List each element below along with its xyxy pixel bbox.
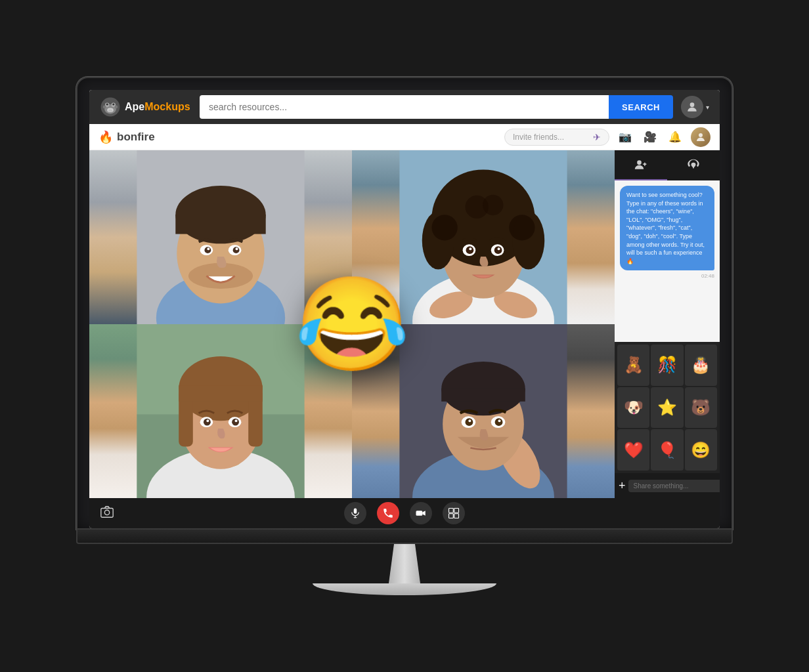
svg-rect-53 (179, 385, 263, 402)
sticker-congrats[interactable]: 🎊 (651, 345, 683, 386)
sticker-bear[interactable]: 🧸 (617, 345, 649, 386)
chat-share-input[interactable] (628, 480, 720, 492)
screen-content: ApeMockups SEARCH ▾ (89, 90, 720, 528)
svg-point-34 (431, 215, 457, 240)
bonfire-logo: 🔥 bonfire (98, 130, 155, 144)
svg-point-7 (108, 110, 112, 112)
svg-point-4 (106, 103, 108, 105)
svg-point-8 (103, 106, 106, 109)
sticker-balloon[interactable]: 🎈 (651, 429, 683, 471)
svg-point-23 (207, 247, 209, 250)
svg-point-40 (466, 246, 474, 254)
nav-user[interactable]: ▾ (681, 96, 709, 118)
microphone-button[interactable] (344, 502, 366, 524)
monitor-stand-base (313, 583, 496, 595)
sticker-heart[interactable]: ❤️ (617, 429, 649, 471)
sticker-cake[interactable]: 🎂 (685, 345, 717, 386)
chat-add-icon[interactable]: + (619, 479, 626, 493)
sticker-star[interactable]: ⭐ (651, 387, 683, 429)
monitor-stand-neck (378, 544, 431, 583)
svg-rect-80 (449, 509, 454, 513)
svg-point-5 (112, 103, 114, 105)
video-cell-bottom-right (352, 324, 615, 498)
person-bottom-left (89, 324, 352, 498)
monitor-chin (76, 530, 733, 544)
chat-message: Want to see something cool? Type in any … (620, 186, 714, 270)
panel-tab-media[interactable] (667, 150, 720, 180)
fire-icon: 🔥 (98, 130, 113, 144)
svg-point-56 (204, 419, 211, 426)
ape-logo-icon (100, 96, 121, 117)
person-top-right (352, 150, 615, 324)
video-button[interactable] (410, 502, 432, 524)
nav-bar: ApeMockups SEARCH ▾ (89, 90, 720, 124)
invite-send-icon[interactable]: ✈ (593, 132, 601, 142)
svg-point-10 (690, 102, 695, 107)
svg-point-70 (495, 418, 503, 426)
right-panel: Want to see something cool? Type in any … (615, 150, 720, 498)
monitor-bezel: ApeMockups SEARCH ▾ (76, 77, 733, 530)
panel-tabs (615, 150, 720, 180)
svg-rect-81 (454, 509, 459, 513)
sticker-dog[interactable]: 🐶 (617, 387, 649, 429)
svg-point-9 (114, 106, 118, 109)
svg-point-73 (637, 160, 642, 165)
layout-button[interactable] (443, 502, 465, 524)
panel-tab-add-user[interactable] (615, 150, 667, 180)
user-avatar-icon (681, 96, 703, 118)
person-top-left (89, 150, 352, 324)
video-cell-top-right (352, 150, 615, 324)
svg-rect-82 (449, 514, 454, 518)
search-input[interactable] (200, 95, 609, 119)
invite-placeholder-text: Invite friends... (513, 133, 564, 142)
svg-point-41 (494, 246, 502, 254)
svg-point-43 (498, 247, 500, 250)
logo-area: ApeMockups (100, 96, 192, 117)
bell-icon-btn[interactable]: 🔔 (666, 128, 684, 146)
screenshot-ctrl-icon[interactable] (100, 505, 114, 522)
search-bar[interactable]: SEARCH (200, 95, 673, 119)
svg-point-57 (232, 419, 239, 426)
svg-rect-66 (441, 388, 525, 402)
hangup-button[interactable] (377, 502, 399, 524)
svg-point-37 (483, 195, 503, 215)
monitor-wrapper: ApeMockups SEARCH ▾ (76, 77, 733, 595)
monitor-stand (313, 544, 496, 595)
person-bottom-right (352, 324, 615, 498)
app-bar: 🔥 bonfire Invite friends... ✈ 📷 🎥 🔔 (89, 124, 720, 150)
sticker-teddy[interactable]: 🐻 (685, 387, 717, 429)
svg-rect-17 (175, 215, 265, 234)
video-grid: 😂 (89, 150, 615, 498)
video-icon-btn[interactable]: 🎥 (641, 128, 659, 146)
search-button[interactable]: SEARCH (609, 95, 673, 119)
svg-point-69 (466, 418, 473, 426)
svg-point-24 (236, 247, 238, 250)
ctrl-center (344, 502, 465, 524)
svg-point-72 (498, 419, 501, 422)
logo-text: ApeMockups (125, 101, 190, 113)
svg-point-65 (441, 362, 525, 415)
svg-point-71 (468, 419, 471, 422)
svg-point-59 (235, 419, 238, 422)
svg-rect-79 (416, 511, 423, 516)
sticker-panel: 🧸 🎊 🎂 🐶 ⭐ 🐻 ❤️ 🎈 😄 (615, 342, 720, 473)
invite-friends-input[interactable]: Invite friends... ✈ (504, 129, 609, 146)
user-avatar[interactable] (691, 127, 711, 147)
svg-rect-76 (354, 509, 357, 514)
app-bar-right: Invite friends... ✈ 📷 🎥 🔔 (504, 127, 711, 147)
chat-input-bar: + 😊 (615, 473, 720, 498)
svg-point-35 (509, 215, 535, 240)
svg-point-42 (469, 247, 471, 250)
chat-area: Want to see something cool? Type in any … (615, 180, 720, 342)
chevron-down-icon: ▾ (706, 104, 709, 111)
main-content: 😂 (89, 150, 720, 498)
svg-point-16 (175, 186, 265, 243)
video-cell-top-left (89, 150, 352, 324)
svg-point-11 (699, 133, 703, 137)
video-cell-bottom-left (89, 324, 352, 498)
sticker-happy[interactable]: 😄 (685, 429, 717, 471)
svg-point-75 (104, 510, 109, 514)
control-bar (89, 498, 720, 528)
screenshot-icon-btn[interactable]: 📷 (616, 128, 634, 146)
bonfire-brand-text: bonfire (117, 131, 155, 144)
